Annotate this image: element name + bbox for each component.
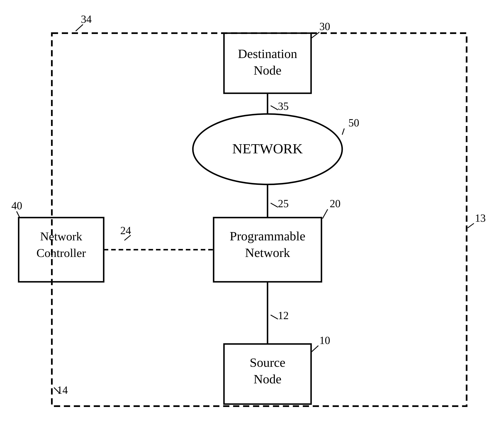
source-node-label2: Node [254,372,281,386]
svg-line-3 [342,129,344,135]
ref-34: 34 [81,13,92,25]
ref-14: 14 [57,384,68,396]
destination-node-label: Destination [238,47,297,61]
network-label: NETWORK [232,141,303,156]
ref-10: 10 [319,334,330,346]
svg-line-2 [271,106,278,110]
programmable-network-label2: Network [245,246,290,260]
source-node-label1: Source [250,355,285,369]
svg-line-8 [271,315,278,319]
ref-40: 40 [12,200,22,212]
destination-node-label2: Node [254,63,281,77]
svg-line-7 [17,211,20,218]
ref-24: 24 [120,225,131,236]
dashed-border [52,33,467,406]
svg-line-5 [322,209,328,219]
svg-line-1 [76,24,83,31]
ref-50: 50 [348,117,359,129]
ref-30: 30 [319,21,330,32]
diagram-svg: 30 34 35 50 25 20 24 40 12 10 14 13 Dest… [0,0,494,448]
ref-25: 25 [278,198,289,210]
network-controller-label1: Network [40,230,82,243]
ref-35: 35 [278,100,289,112]
svg-line-9 [311,346,318,352]
svg-line-4 [271,203,278,207]
ref-12: 12 [278,310,289,321]
ref-20: 20 [330,198,341,210]
network-controller-label2: Controller [37,246,86,260]
ref-13: 13 [475,212,486,224]
programmable-network-label1: Programmable [230,229,305,243]
svg-line-11 [468,223,474,228]
